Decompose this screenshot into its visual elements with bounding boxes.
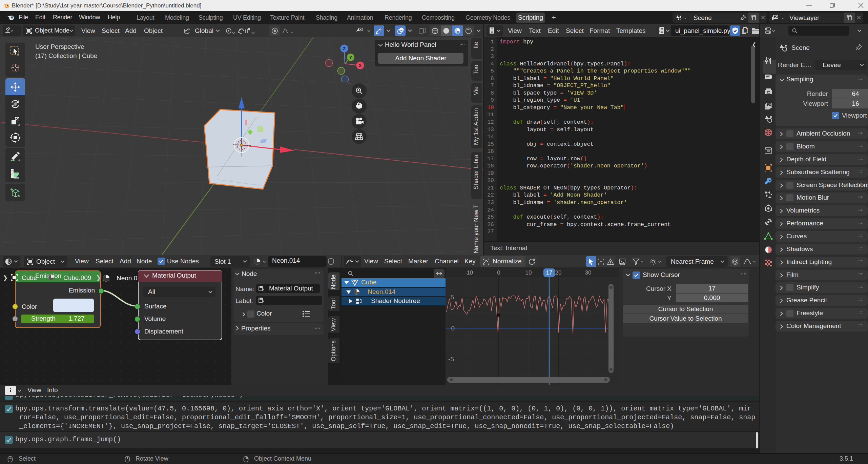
svg-text:17: 17 <box>546 269 553 276</box>
svg-text:X: X <box>359 63 362 68</box>
svg-text:-10: -10 <box>465 269 473 276</box>
svg-text:0: 0 <box>497 269 500 276</box>
svg-text:Z: Z <box>343 46 346 51</box>
svg-text:Y: Y <box>349 55 352 60</box>
svg-text:10: 10 <box>525 269 532 276</box>
svg-text:-5: -5 <box>448 356 454 363</box>
svg-text:30: 30 <box>585 269 592 276</box>
svg-text:20: 20 <box>555 269 562 276</box>
svg-text:0: 0 <box>451 325 455 332</box>
svg-text:5: 5 <box>450 294 454 301</box>
